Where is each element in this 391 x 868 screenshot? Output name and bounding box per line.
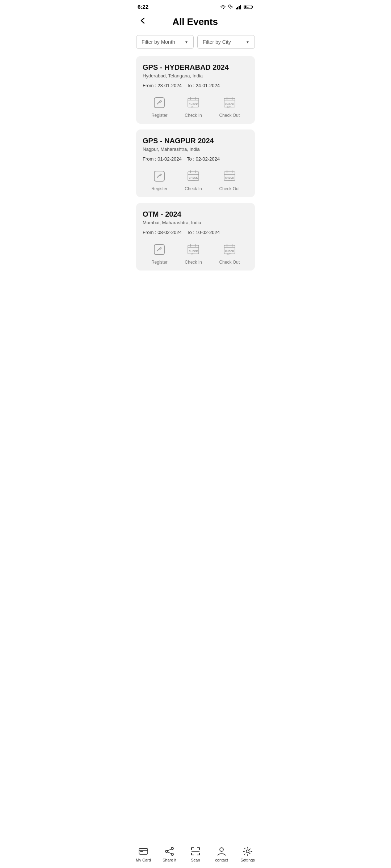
event-1-dates: From : 23-01-2024 To : 24-01-2024: [143, 83, 248, 88]
svg-text:OUT⇒: OUT⇒: [226, 253, 232, 255]
checkin-icon-3: CHECK IN⇐: [185, 242, 201, 258]
battery-icon: 39: [244, 4, 253, 9]
svg-text:OUT⇒: OUT⇒: [226, 106, 232, 108]
svg-rect-3: [240, 5, 241, 9]
svg-rect-2: [239, 6, 240, 9]
checkout-icon-2: CHECK OUT⇒: [222, 168, 237, 184]
event-1-actions: Register CHECK IN⇐ Check In: [143, 95, 248, 118]
filter-month-button[interactable]: Filter by Month ▼: [136, 35, 194, 49]
event-2-checkout-label: Check Out: [219, 186, 240, 191]
back-button[interactable]: [138, 16, 148, 28]
header: All Events: [130, 12, 261, 35]
event-card-2: GPS - NAGPUR 2024 Nagpur, Maharashtra, I…: [136, 129, 255, 197]
event-1-checkout-label: Check Out: [219, 113, 240, 118]
event-2-actions: Register CHECK IN⇐ Check In: [143, 168, 248, 191]
svg-rect-5: [252, 6, 253, 8]
status-bar: 6:22 39: [130, 0, 261, 12]
svg-rect-0: [236, 8, 237, 9]
checkin-icon-2: CHECK IN⇐: [185, 168, 201, 184]
checkout-icon: CHECK OUT⇒: [222, 95, 237, 111]
filters-row: Filter by Month ▼ Filter by City ▼: [130, 35, 261, 56]
status-icons: 39: [220, 4, 253, 9]
event-3-checkout-label: Check Out: [219, 260, 240, 265]
event-3-from: From : 08-02-2024: [143, 230, 182, 235]
event-2-checkin-label: Check In: [185, 186, 202, 191]
svg-text:IN⇐: IN⇐: [192, 179, 196, 182]
filter-month-arrow-icon: ▼: [185, 40, 188, 44]
event-2-from: From : 01-02-2024: [143, 156, 182, 162]
event-1-to: To : 24-01-2024: [187, 83, 220, 88]
event-1-title: GPS - HYDERABAD 2024: [143, 63, 248, 72]
event-2-title: GPS - NAGPUR 2024: [143, 137, 248, 145]
event-3-checkout-button[interactable]: CHECK OUT⇒ Check Out: [219, 242, 240, 265]
event-2-to: To : 02-02-2024: [187, 156, 220, 162]
filter-city-arrow-icon: ▼: [246, 40, 249, 44]
event-3-register-button[interactable]: Register: [151, 242, 168, 265]
register-icon: [151, 95, 167, 111]
event-1-location: Hyderabad, Telangana, India: [143, 73, 248, 78]
svg-text:CHECK: CHECK: [225, 250, 234, 252]
svg-rect-8: [154, 98, 164, 108]
wifi-icon: [220, 4, 226, 9]
svg-text:IN⇐: IN⇐: [192, 253, 196, 255]
events-list: GPS - HYDERABAD 2024 Hyderabad, Telangan…: [130, 56, 261, 307]
call-icon: [228, 4, 234, 9]
page-title: All Events: [148, 16, 243, 27]
event-3-register-label: Register: [151, 260, 168, 265]
event-2-checkout-button[interactable]: CHECK OUT⇒ Check Out: [219, 168, 240, 191]
event-2-register-button[interactable]: Register: [151, 168, 168, 191]
event-1-register-label: Register: [151, 113, 168, 118]
filter-city-button[interactable]: Filter by City ▼: [197, 35, 255, 49]
filter-month-label: Filter by Month: [142, 39, 175, 45]
checkout-icon-3: CHECK OUT⇒: [222, 242, 237, 258]
event-1-from: From : 23-01-2024: [143, 83, 182, 88]
register-icon-3: [151, 242, 167, 258]
event-3-title: OTM - 2024: [143, 210, 248, 218]
event-1-register-button[interactable]: Register: [151, 95, 168, 118]
event-card-1: GPS - HYDERABAD 2024 Hyderabad, Telangan…: [136, 56, 255, 124]
event-2-register-label: Register: [151, 186, 168, 191]
svg-text:CHECK: CHECK: [225, 103, 234, 106]
svg-rect-34: [154, 244, 164, 255]
event-3-dates: From : 08-02-2024 To : 10-02-2024: [143, 230, 248, 235]
status-time: 6:22: [138, 4, 148, 10]
event-2-checkin-button[interactable]: CHECK IN⇐ Check In: [185, 168, 202, 191]
event-2-dates: From : 01-02-2024 To : 02-02-2024: [143, 156, 248, 162]
register-icon-2: [151, 168, 167, 184]
event-3-location: Mumbai, Maharashtra, India: [143, 220, 248, 225]
svg-text:CHECK: CHECK: [189, 250, 198, 252]
event-3-actions: Register CHECK IN⇐ Check In: [143, 242, 248, 265]
svg-text:39: 39: [247, 7, 249, 9]
event-1-checkin-button[interactable]: CHECK IN⇐ Check In: [185, 95, 202, 118]
event-1-checkin-label: Check In: [185, 113, 202, 118]
back-arrow-icon: [139, 17, 146, 24]
svg-text:CHECK: CHECK: [189, 176, 198, 179]
svg-rect-21: [154, 171, 164, 181]
svg-text:CHECK: CHECK: [225, 176, 234, 179]
event-3-checkin-label: Check In: [185, 260, 202, 265]
filter-city-label: Filter by City: [203, 39, 231, 45]
svg-text:OUT⇒: OUT⇒: [226, 179, 232, 182]
svg-text:CHECK: CHECK: [189, 103, 198, 106]
svg-rect-1: [237, 7, 238, 9]
svg-text:IN⇐: IN⇐: [192, 106, 196, 108]
event-1-checkout-button[interactable]: CHECK OUT⇒ Check Out: [219, 95, 240, 118]
event-card-3: OTM - 2024 Mumbai, Maharashtra, India Fr…: [136, 203, 255, 271]
event-3-checkin-button[interactable]: CHECK IN⇐ Check In: [185, 242, 202, 265]
svg-rect-6: [245, 5, 247, 8]
signal-icon: [236, 4, 242, 9]
event-2-location: Nagpur, Maharashtra, India: [143, 146, 248, 152]
event-3-to: To : 10-02-2024: [187, 230, 220, 235]
checkin-icon: CHECK IN⇐: [185, 95, 201, 111]
